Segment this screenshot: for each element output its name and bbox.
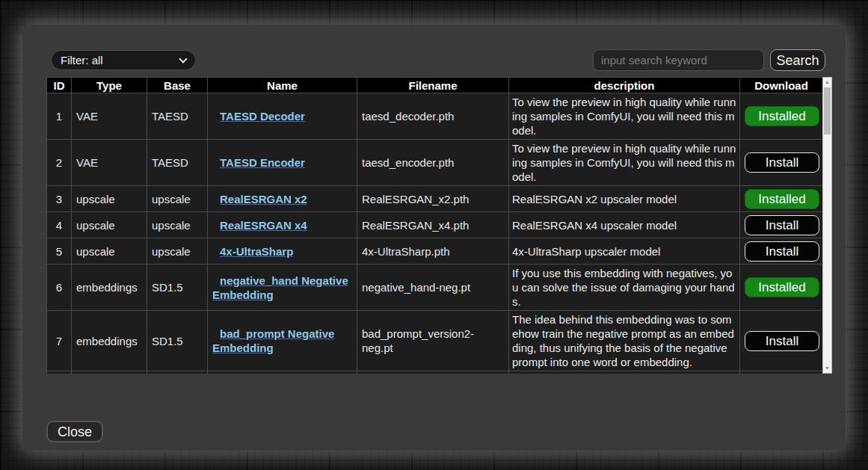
table-row: 5 upscale upscale 4x-UltraSharp 4x-Ultra… [47,238,823,265]
cell-base: SD1.5 [147,311,208,371]
install-button[interactable]: Install [745,241,819,262]
install-button[interactable]: Install [745,331,819,351]
cell-name: TAESD Decoder [208,93,357,140]
cell-download: Installed [740,93,823,140]
cell-description: RealESRGAN x4 upscaler model [509,212,740,238]
header-base: Base [147,78,208,93]
cell-filename: bad_prompt_version2-neg.pt [357,311,509,371]
cell-name: RealESRGAN x4 [208,212,357,238]
header-description: description [509,78,740,93]
cell-id: 5 [47,238,72,265]
cell-type: embeddings [72,265,147,311]
header-download: Download [740,78,823,93]
filter-select[interactable]: Filter: all [51,50,196,70]
cell-filename: RealESRGAN_x2.pth [357,186,509,212]
table-row: 3 upscale upscale RealESRGAN x2 RealESRG… [47,186,823,212]
model-link[interactable]: 4x-UltraSharp [220,245,293,258]
table-scrollbar[interactable]: ▲ ▼ [822,77,832,374]
model-link[interactable]: negative_hand Negative Embedding [212,274,348,301]
filter-select-wrap: Filter: all [51,50,196,70]
cell-id: 2 [47,140,72,186]
cell-id: 3 [47,186,72,212]
cell-download: Installed [740,265,823,311]
table-row-partial: These embedding learn what disgusting co… [47,371,823,374]
search-input[interactable] [593,49,764,71]
cell-type: upscale [72,212,147,238]
cell-name: 4x-UltraSharp [208,238,357,265]
cell-base: SD1.5 [147,265,208,311]
cell-description: To view the preview in high quality whil… [509,93,740,140]
cell-type [72,371,147,374]
cell-filename: negative_hand-neg.pt [357,265,509,311]
header-id: ID [47,78,72,93]
cell-base [147,371,208,374]
cell-name: RealESRGAN x2 [208,186,357,212]
cell-id [47,371,72,374]
cell-description: The idea behind this embedding was to so… [509,311,740,371]
model-table-container: ID Type Base Name Filename description D… [46,77,822,374]
cell-id: 7 [47,311,72,371]
model-table: ID Type Base Name Filename description D… [46,77,822,374]
scrollbar-up-arrow-icon[interactable]: ▲ [823,78,831,87]
cell-name: negative_hand Negative Embedding [208,265,357,311]
cell-id: 4 [47,212,72,238]
comfyui-canvas-background: { "toolbar": { "filter_label": "Filter: … [0,0,868,470]
cell-name: bad_prompt Negative Embedding [208,311,357,371]
cell-filename: taesd_decoder.pth [357,93,509,140]
scrollbar-thumb[interactable] [824,87,831,134]
install-button[interactable]: Install [745,215,819,235]
cell-type: upscale [72,238,147,265]
installed-button[interactable]: Installed [745,277,819,297]
cell-description: RealESRGAN x2 upscaler model [509,186,740,212]
cell-id: 6 [47,265,72,311]
cell-description: 4x-UltraSharp upscaler model [509,238,740,265]
cell-description: These embedding learn what disgusting co… [509,371,740,374]
scrollbar-down-arrow-icon[interactable]: ▼ [823,364,831,373]
cell-filename: RealESRGAN_x4.pth [357,212,509,238]
table-row: 2 VAE TAESD TAESD Encoder taesd_encoder.… [47,140,823,186]
cell-base: TAESD [147,93,208,140]
cell-download [740,371,823,374]
cell-name [208,371,357,374]
model-link[interactable]: RealESRGAN x4 [220,219,307,232]
install-button[interactable]: Install [745,152,819,173]
cell-type: embeddings [72,311,147,371]
search-button[interactable]: Search [770,49,825,71]
table-row: 4 upscale upscale RealESRGAN x4 RealESRG… [47,212,823,238]
cell-download: Install [740,311,823,371]
cell-description: To view the preview in high quality whil… [509,140,740,186]
model-link[interactable]: bad_prompt Negative Embedding [212,327,334,354]
table-header-row: ID Type Base Name Filename description D… [47,78,823,93]
cell-download: Install [740,238,823,265]
table-row: 7 embeddings SD1.5 bad_prompt Negative E… [47,311,823,371]
cell-type: VAE [72,140,147,186]
installed-button[interactable]: Installed [745,106,819,126]
close-button[interactable]: Close [46,421,103,442]
cell-download: Install [740,140,823,186]
cell-base: upscale [147,186,208,212]
header-type: Type [72,78,147,93]
cell-filename: 4x-UltraSharp.pth [357,238,509,265]
model-link[interactable]: TAESD Decoder [220,110,305,123]
cell-download: Install [740,212,823,238]
model-manager-dialog: Filter: all Search ID Type Base Name Fil… [22,25,846,451]
cell-download: Installed [740,186,823,212]
cell-filename: taesd_encoder.pth [357,140,509,186]
header-name: Name [208,78,357,93]
cell-type: VAE [72,93,147,140]
cell-description: If you use this embedding with negatives… [509,265,740,311]
cell-name: TAESD Encoder [208,140,357,186]
cell-type: upscale [72,186,147,212]
model-link[interactable]: RealESRGAN x2 [220,193,307,205]
model-link[interactable]: TAESD Encoder [220,156,305,169]
cell-base: upscale [147,212,208,238]
cell-base: TAESD [147,140,208,186]
table-row: 6 embeddings SD1.5 negative_hand Negativ… [47,265,823,311]
cell-id: 1 [47,93,72,140]
table-row: 1 VAE TAESD TAESD Decoder taesd_decoder.… [47,93,823,140]
header-filename: Filename [357,78,509,93]
installed-button[interactable]: Installed [745,189,819,209]
cell-filename [357,371,509,374]
cell-base: upscale [147,238,208,265]
